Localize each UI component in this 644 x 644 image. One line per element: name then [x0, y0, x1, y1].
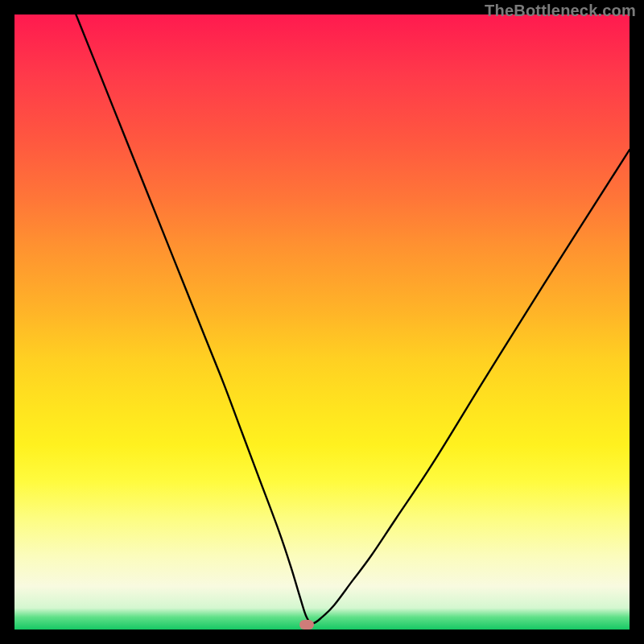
watermark-text: TheBottleneck.com: [485, 2, 636, 20]
bottleneck-curve: [14, 14, 630, 630]
minimum-marker: [299, 620, 314, 630]
plot-area: [14, 14, 630, 630]
chart-container: TheBottleneck.com: [0, 0, 644, 644]
